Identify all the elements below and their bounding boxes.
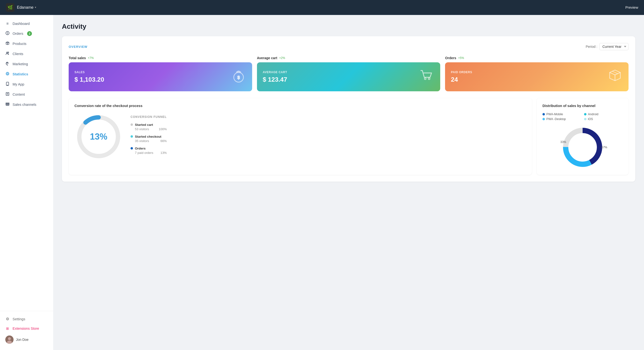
pct-label-67: 67% xyxy=(602,146,607,149)
sidebar-item-content[interactable]: Content xyxy=(0,89,53,99)
sidebar-item-saleschannels[interactable]: Sales channels xyxy=(0,99,53,110)
sales-card-wrapper: Total sales +7% SALES $ 1,103.20 xyxy=(69,56,252,91)
funnel-label-orders: Orders xyxy=(135,147,146,150)
cart-label: Average cart xyxy=(257,56,277,60)
conversion-percentage: 13% xyxy=(90,132,107,142)
sidebar-label-myapp: My App xyxy=(12,82,24,86)
funnel-visitors-started-checkout: 35 visitors xyxy=(135,139,149,143)
distribution-title: Distribution of sales by channel xyxy=(542,104,623,108)
period-select[interactable]: Current Year Last Year Last Month Last W… xyxy=(599,43,628,50)
user-profile[interactable]: Jon Doe xyxy=(0,333,53,346)
svg-text:$: $ xyxy=(7,32,8,34)
extensions-icon: ⊞ xyxy=(5,327,10,331)
sales-label: Total sales xyxy=(69,56,86,60)
funnel-dot-blue xyxy=(130,147,133,149)
legend-item-pwa-mobile: PWA-Mobile xyxy=(542,113,581,116)
svg-point-16 xyxy=(8,337,11,340)
sidebar-item-extensions[interactable]: ⊞ Extensions Store xyxy=(0,324,53,333)
sidebar-item-clients[interactable]: Clients xyxy=(0,49,53,59)
topbar-left: 🌿 Edaname ▾ xyxy=(6,3,36,12)
preview-button[interactable]: Preview xyxy=(626,5,638,9)
pct-label-33: 33% xyxy=(560,140,566,144)
overview-header: OVERVIEW Period : Current Year Last Year… xyxy=(69,43,628,50)
orders-card-name: PAID ORDERS xyxy=(451,70,472,74)
app-name[interactable]: Edaname ▾ xyxy=(17,5,36,10)
sidebar-item-myapp[interactable]: My App xyxy=(0,79,53,89)
svg-text:$: $ xyxy=(238,75,240,80)
cart-card-wrapper: Average cart +2% AVERAGE CART $ 123.47 xyxy=(257,56,440,91)
marketing-icon xyxy=(5,62,10,66)
funnel-dot-gray xyxy=(130,123,133,126)
sidebar: ≡ Dashboard $ Orders 2 xyxy=(0,15,53,350)
cart-change: +2% xyxy=(279,56,285,60)
sidebar-bottom: ⚙ Settings ⊞ Extensions Store Jon Doe xyxy=(0,311,53,346)
legend-item-pwa-desktop: PWA -Desktop xyxy=(542,117,581,121)
legend-label-pwa-desktop: PWA -Desktop xyxy=(546,117,566,121)
funnel-pct-orders: 13% xyxy=(160,151,167,155)
content-icon xyxy=(5,92,10,97)
legend-label-android: Android xyxy=(588,113,598,116)
clients-icon xyxy=(5,51,10,56)
logo-emoji: 🌿 xyxy=(8,5,13,10)
legend-item-ios: iOS xyxy=(584,117,623,121)
legend-dot-pwa-desktop xyxy=(542,118,545,120)
sidebar-label-statistics: Statistics xyxy=(12,72,28,76)
svg-rect-13 xyxy=(6,104,9,105)
conversion-donut: 13% xyxy=(74,113,123,161)
period-selector: Period : Current Year Last Year Last Mon… xyxy=(586,43,628,50)
main-content: Activity OVERVIEW Period : Current Year … xyxy=(53,15,644,350)
myapp-icon xyxy=(5,82,10,87)
overview-card: OVERVIEW Period : Current Year Last Year… xyxy=(62,36,635,182)
funnel-title: CONVERSION FUNNEL xyxy=(130,115,167,119)
legend-label-pwa-mobile: PWA-Mobile xyxy=(546,113,563,116)
funnel-label-started-cart: Started cart xyxy=(135,123,153,127)
legend-dot-ios xyxy=(584,118,586,120)
sales-card-name: SALES xyxy=(74,70,104,74)
shopping-cart-icon xyxy=(419,68,434,86)
money-bag-icon: $ xyxy=(231,68,246,86)
conversion-section: Conversion rate of the checkout process … xyxy=(69,98,532,175)
overview-title: OVERVIEW xyxy=(69,45,88,48)
funnel-label-started-checkout: Started checkout xyxy=(135,135,162,138)
settings-icon: ⚙ xyxy=(5,317,10,321)
distribution-donut: 33% 67% xyxy=(561,126,604,169)
box-icon xyxy=(607,68,623,86)
period-label: Period : xyxy=(586,45,597,48)
stat-cards: Total sales +7% SALES $ 1,103.20 xyxy=(69,56,628,91)
sidebar-label-orders: Orders xyxy=(12,32,23,35)
legend-label-ios: iOS xyxy=(588,117,593,121)
sidebar-label-content: Content xyxy=(12,92,25,96)
sidebar-item-marketing[interactable]: Marketing xyxy=(0,59,53,69)
orders-label: Orders xyxy=(445,56,456,60)
orders-card-wrapper: Orders +5% PAID ORDERS 24 xyxy=(445,56,628,91)
sales-change: +7% xyxy=(88,56,94,60)
sidebar-label-products: Products xyxy=(12,42,26,46)
funnel-visitors-started-cart: 53 visitors xyxy=(135,127,149,131)
sidebar-item-orders[interactable]: $ Orders 2 xyxy=(0,28,53,39)
sidebar-item-settings[interactable]: ⚙ Settings xyxy=(0,314,53,324)
funnel-item-orders: Orders 7 paid orders 13% xyxy=(130,147,167,155)
dashboard-icon: ≡ xyxy=(5,21,10,26)
legend-item-android: Android xyxy=(584,113,623,116)
distribution-section: Distribution of sales by channel PWA-Mob… xyxy=(537,98,628,175)
statistics-icon xyxy=(5,72,10,76)
orders-card-value: 24 xyxy=(451,76,472,83)
orders-icon: $ xyxy=(5,31,10,36)
avatar xyxy=(5,336,14,344)
products-icon xyxy=(5,41,10,46)
svg-point-3 xyxy=(8,52,9,53)
orders-card: PAID ORDERS 24 xyxy=(445,62,628,91)
sidebar-item-products[interactable]: Products xyxy=(0,39,53,49)
main-layout: ≡ Dashboard $ Orders 2 xyxy=(0,15,644,350)
sidebar-item-statistics[interactable]: Statistics xyxy=(0,69,53,79)
funnel-item-started-checkout: Started checkout 35 visitors 66% xyxy=(130,135,167,143)
chevron-down-icon: ▾ xyxy=(35,6,36,9)
legend-dot-android xyxy=(584,113,586,115)
sidebar-label-extensions: Extensions Store xyxy=(12,327,39,331)
svg-point-2 xyxy=(6,52,8,53)
conversion-title: Conversion rate of the checkout process xyxy=(74,104,526,108)
svg-point-6 xyxy=(7,73,8,74)
cart-card: AVERAGE CART $ 123.47 xyxy=(257,62,440,91)
funnel-visitors-orders: 7 paid orders xyxy=(135,151,153,155)
sidebar-item-dashboard[interactable]: ≡ Dashboard xyxy=(0,19,53,28)
